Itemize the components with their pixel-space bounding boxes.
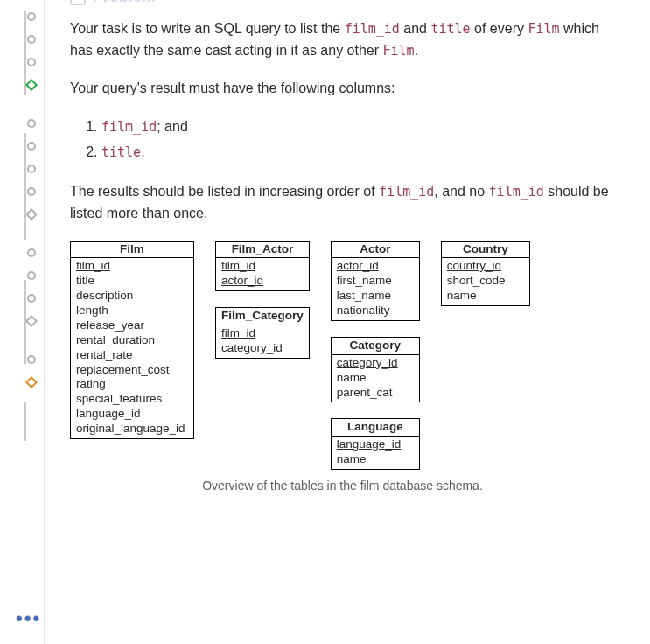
table-film-actor: Film_Actor film_id actor_id	[215, 241, 310, 292]
code-film: Film	[383, 43, 415, 59]
table-language: Language language_id name	[331, 418, 420, 470]
list-item: film_id; and	[101, 115, 615, 140]
step-diamond-orange[interactable]	[25, 376, 38, 388]
table-category: Category category_id name parent_cat	[331, 337, 420, 403]
step-dot[interactable]	[25, 247, 38, 259]
step-diamond-gray[interactable]	[25, 208, 38, 220]
task-paragraph-1: Your task is to write an SQL query to li…	[70, 18, 615, 62]
step-dot[interactable]	[25, 56, 38, 68]
task-paragraph-3: The results should be listed in increasi…	[70, 181, 615, 225]
step-diamond-gray[interactable]	[25, 315, 38, 327]
step-dot[interactable]	[25, 163, 38, 175]
progress-gutter	[0, 0, 44, 644]
table-actor: Actor actor_id first_name last_name nati…	[331, 241, 420, 321]
schema-caption: Overview of the tables in the film datab…	[202, 479, 483, 493]
step-dot[interactable]	[25, 354, 38, 366]
task-paragraph-2: Your query's result must have the follow…	[70, 78, 615, 100]
content-column: Problem Your task is to write an SQL que…	[44, 0, 650, 644]
table-film-category: Film_Category film_id category_id	[215, 307, 310, 359]
step-diamond-green[interactable]	[25, 79, 38, 91]
required-columns-list: film_id; and title.	[101, 115, 615, 165]
step-dot[interactable]	[25, 140, 38, 152]
section-heading-label: Problem	[93, 0, 156, 6]
step-dot[interactable]	[25, 292, 38, 304]
step-dot[interactable]	[25, 33, 38, 46]
step-dot[interactable]	[25, 10, 38, 23]
schema-diagram: Film film_id title description length re…	[70, 241, 615, 494]
step-dot[interactable]	[25, 186, 38, 198]
more-actions-button[interactable]: •••	[16, 607, 41, 630]
code-title: title	[430, 21, 470, 37]
list-item: title.	[101, 140, 615, 165]
table-film: Film film_id title description length re…	[70, 241, 194, 439]
code-film-id: film_id	[345, 21, 400, 37]
section-heading: Problem	[70, 0, 615, 6]
tooltip-term-cast[interactable]: cast	[206, 43, 231, 60]
step-dot[interactable]	[25, 117, 38, 130]
step-dot[interactable]	[25, 270, 38, 282]
code-film: Film	[528, 21, 559, 37]
table-country: Country country_id short_code name	[441, 241, 530, 307]
problem-icon	[70, 0, 86, 5]
